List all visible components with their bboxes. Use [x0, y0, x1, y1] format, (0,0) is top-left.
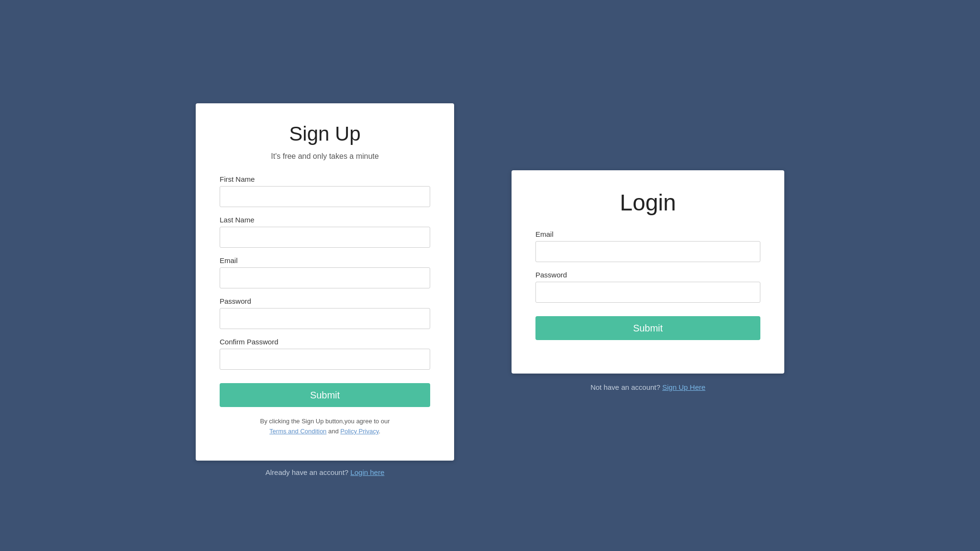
login-card: Login Email Password Submit — [512, 170, 784, 374]
login-submit-button[interactable]: Submit — [535, 316, 760, 340]
signup-here-link[interactable]: Sign Up Here — [662, 383, 705, 391]
login-title: Login — [535, 189, 760, 216]
signup-password-input[interactable] — [220, 308, 430, 329]
first-name-group: First Name — [220, 175, 430, 207]
login-section: Login Email Password Submit Not have an … — [512, 170, 784, 391]
login-password-group: Password — [535, 271, 760, 303]
signup-password-label: Password — [220, 297, 430, 305]
last-name-input[interactable] — [220, 227, 430, 248]
login-password-label: Password — [535, 271, 760, 279]
signup-email-label: Email — [220, 256, 430, 264]
login-password-input[interactable] — [535, 282, 760, 303]
first-name-label: First Name — [220, 175, 430, 183]
last-name-label: Last Name — [220, 216, 430, 224]
terms-link[interactable]: Terms and Condition — [269, 428, 326, 435]
below-signup: Already have an account? Login here — [266, 468, 385, 476]
signup-card: Sign Up It's free and only takes a minut… — [196, 103, 454, 461]
signup-subtitle: It's free and only takes a minute — [220, 152, 430, 161]
policy-link[interactable]: Policy Privacy — [340, 428, 379, 435]
confirm-password-input[interactable] — [220, 349, 430, 370]
login-email-group: Email — [535, 230, 760, 262]
below-login: Not have an account? Sign Up Here — [590, 383, 705, 391]
signup-section: Sign Up It's free and only takes a minut… — [196, 103, 454, 476]
signup-email-group: Email — [220, 256, 430, 288]
login-email-input[interactable] — [535, 241, 760, 262]
first-name-input[interactable] — [220, 186, 430, 207]
login-here-link[interactable]: Login here — [350, 468, 384, 476]
login-email-label: Email — [535, 230, 760, 238]
confirm-password-group: Confirm Password — [220, 338, 430, 370]
last-name-group: Last Name — [220, 216, 430, 248]
signup-password-group: Password — [220, 297, 430, 329]
confirm-password-label: Confirm Password — [220, 338, 430, 346]
signup-title: Sign Up — [220, 122, 430, 145]
signup-email-input[interactable] — [220, 267, 430, 288]
signup-submit-button[interactable]: Submit — [220, 383, 430, 407]
terms-text: By clicking the Sign Up button,you agree… — [220, 417, 430, 437]
